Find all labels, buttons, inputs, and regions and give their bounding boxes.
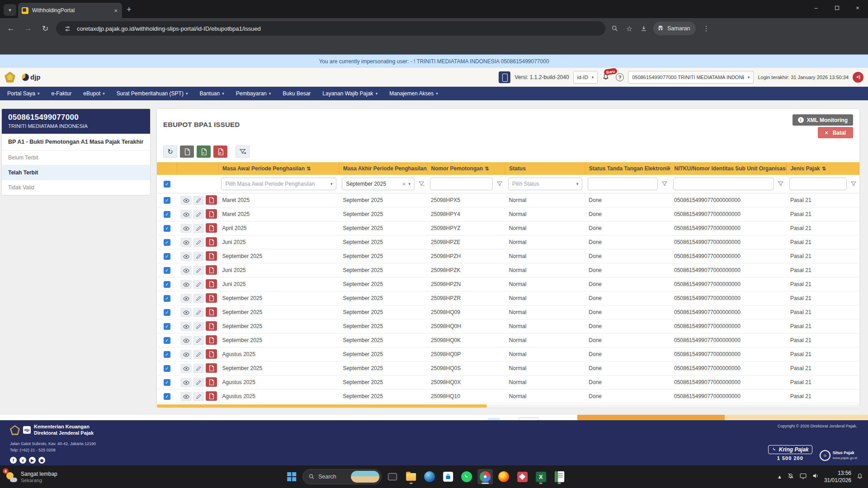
sidebar-item-telah-terbit[interactable]: Telah Terbit — [2, 165, 150, 180]
masa-akhir-filter-select[interactable]: September 2025 × ▾ — [342, 178, 415, 190]
column-header[interactable]: Masa Awal Periode Penghasilan⇅ — [218, 162, 339, 175]
reload-button[interactable]: ↻ — [39, 24, 52, 33]
view-icon[interactable] — [180, 266, 192, 275]
x-twitter-icon[interactable]: x — [19, 457, 26, 464]
view-icon[interactable] — [180, 336, 192, 345]
column-header[interactable]: Jenis Pajak⇅ — [787, 162, 859, 175]
funnel-icon[interactable] — [496, 181, 503, 187]
row-checkbox[interactable]: ✓ — [164, 365, 170, 372]
edit-icon[interactable] — [193, 392, 204, 401]
edit-icon[interactable] — [193, 266, 204, 275]
zoom-icon[interactable] — [610, 23, 620, 33]
download-pdf-icon[interactable] — [206, 293, 217, 303]
edit-icon[interactable] — [193, 210, 204, 219]
sort-icon[interactable]: ⇅ — [485, 166, 489, 171]
column-header[interactable]: Status — [505, 162, 585, 175]
clear-filters-button[interactable] — [236, 145, 250, 158]
export-pdf-button[interactable]: p — [213, 145, 227, 158]
window-minimize-button[interactable]: – — [806, 0, 826, 15]
download-pdf-icon[interactable] — [206, 363, 217, 373]
batal-button[interactable]: × Batal — [818, 127, 853, 138]
view-icon[interactable] — [180, 196, 192, 205]
sidebar-item-belum-terbit[interactable]: Belum Terbit — [2, 150, 150, 165]
edit-icon[interactable] — [193, 224, 204, 233]
notifications-muted-icon[interactable] — [787, 472, 794, 481]
youtube-icon[interactable]: ▶ — [29, 457, 36, 464]
view-icon[interactable] — [180, 294, 192, 303]
download-pdf-icon[interactable] — [206, 377, 217, 387]
store-icon[interactable] — [440, 469, 456, 484]
bookmark-star-icon[interactable]: ☆ — [624, 23, 634, 33]
writer-icon[interactable] — [552, 469, 567, 484]
taskbar-clock[interactable]: 13:56 31/01/2026 — [824, 469, 851, 484]
download-pdf-icon[interactable] — [206, 307, 217, 317]
sort-icon[interactable]: ⇅ — [307, 166, 311, 171]
forward-button[interactable]: → — [22, 24, 34, 33]
sort-icon[interactable]: ⇅ — [822, 166, 826, 171]
masa-akhir-filter-off-icon[interactable] — [418, 181, 425, 187]
download-pdf-icon[interactable] — [206, 391, 217, 401]
edit-icon[interactable] — [193, 364, 204, 373]
column-header[interactable]: Nomor Pemotongan⇅ — [427, 162, 505, 175]
row-checkbox[interactable]: ✓ — [164, 323, 170, 330]
nav-item-layanan-wajib-pajak[interactable]: Layanan Wajib Pajak▾ — [322, 90, 377, 97]
nav-item-ebupot[interactable]: eBupot▾ — [83, 90, 105, 97]
nav-item-e-faktur[interactable]: e-Faktur — [52, 90, 72, 97]
taskbar-weather-widget[interactable]: 6 Sangat lembap Sekarang — [5, 470, 57, 483]
view-icon[interactable] — [180, 308, 192, 317]
download-pdf-icon[interactable] — [206, 251, 217, 261]
download-pdf-icon[interactable] — [206, 279, 217, 289]
row-checkbox[interactable]: ✓ — [164, 267, 170, 274]
nav-item-buku-besar[interactable]: Buku Besar — [283, 90, 311, 97]
view-icon[interactable] — [180, 392, 192, 401]
taskbar-search[interactable]: Search — [302, 469, 382, 484]
new-tab-button[interactable]: + — [127, 5, 132, 14]
download-pdf-icon[interactable] — [206, 209, 217, 219]
funnel-icon[interactable] — [661, 181, 668, 187]
download-pdf-icon[interactable] — [206, 349, 217, 359]
window-maximize-button[interactable] — [826, 0, 847, 15]
view-icon[interactable] — [180, 350, 192, 359]
row-checkbox[interactable]: ✓ — [164, 225, 170, 232]
downloads-icon[interactable] — [639, 23, 649, 33]
edge-icon[interactable] — [422, 469, 437, 484]
url-bar[interactable]: coretaxdjp.pajak.go.id/withholding-slips… — [56, 21, 605, 36]
nav-item-manajemen-akses[interactable]: Manajemen Akses▾ — [389, 90, 438, 97]
column-header[interactable]: NITKU/Nomor Identitas Sub Unit Organisas… — [670, 162, 787, 175]
tray-chevron-up-icon[interactable]: ▲ — [777, 474, 782, 479]
download-pdf-icon[interactable] — [206, 223, 217, 233]
browser-menu-icon[interactable]: ⋮ — [700, 24, 712, 33]
start-button[interactable] — [284, 469, 299, 484]
nav-item-surat-pemberitahuan-spt-[interactable]: Surat Pemberitahuan (SPT)▾ — [117, 90, 188, 97]
window-close-button[interactable]: × — [847, 0, 868, 15]
sidebar-item-tidak-valid[interactable]: Tidak Valid — [2, 180, 150, 195]
row-checkbox[interactable]: ✓ — [164, 351, 170, 358]
download-pdf-icon[interactable] — [206, 321, 217, 331]
row-checkbox[interactable]: ✓ — [164, 393, 170, 400]
edit-icon[interactable] — [193, 238, 204, 247]
help-icon[interactable]: ? — [616, 73, 624, 81]
view-icon[interactable] — [180, 378, 192, 387]
download-pdf-icon[interactable] — [206, 237, 217, 247]
chrome-icon[interactable] — [477, 469, 493, 484]
row-checkbox[interactable]: ✓ — [164, 211, 170, 218]
edit-icon[interactable] — [193, 378, 204, 387]
ttd-filter-input[interactable] — [588, 178, 658, 190]
red-diamond-app-icon[interactable] — [514, 469, 530, 484]
tab-close-icon[interactable]: × — [113, 7, 118, 14]
display-icon[interactable] — [799, 473, 807, 481]
edit-icon[interactable] — [193, 350, 204, 359]
logout-button[interactable] — [853, 72, 863, 83]
clear-icon[interactable]: × — [402, 181, 406, 188]
view-icon[interactable] — [180, 238, 192, 247]
view-icon[interactable] — [180, 210, 192, 219]
row-checkbox[interactable]: ✓ — [164, 295, 170, 302]
edit-icon[interactable] — [193, 322, 204, 331]
file-explorer-icon[interactable] — [403, 469, 419, 484]
view-icon[interactable] — [180, 364, 192, 373]
excel-icon[interactable]: X — [533, 469, 548, 484]
incognito-profile-chip[interactable]: Samaran — [653, 22, 696, 35]
download-pdf-icon[interactable] — [206, 195, 217, 205]
tab-search-button[interactable]: ▾ — [4, 4, 16, 16]
column-header[interactable]: Status Tanda Tangan Elektronik... — [585, 162, 670, 175]
